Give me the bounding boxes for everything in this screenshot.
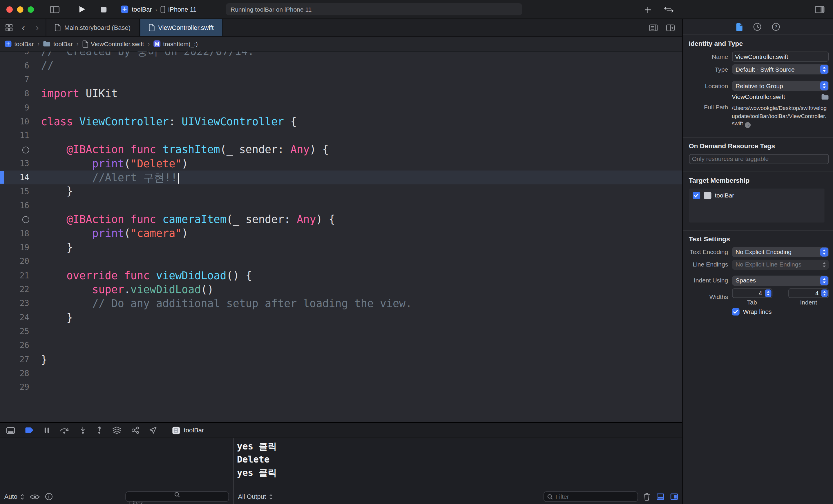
navigator-toggle-icon[interactable]	[50, 5, 60, 13]
code-line[interactable]: 28	[0, 366, 682, 381]
variables-scope-menu[interactable]: Auto	[4, 493, 24, 501]
code-line[interactable]: 23 // Do any additional setup after load…	[0, 296, 682, 310]
console-filter-field[interactable]	[543, 491, 638, 502]
stepper-icon[interactable]	[765, 289, 771, 297]
tab-overview-icon[interactable]	[5, 24, 13, 31]
breadcrumb-project[interactable]: toolBar	[5, 40, 34, 47]
target-checkbox[interactable]	[693, 192, 700, 199]
zoom-button[interactable]	[28, 6, 34, 13]
breadcrumb-file[interactable]: ViewController.swift	[82, 40, 144, 48]
info-icon[interactable]	[45, 493, 52, 501]
activity-status-text: Running toolBar on iPhone 11	[231, 6, 312, 13]
code-line[interactable]: 5// Created by 웅이 on 2022/07/14.	[0, 52, 682, 58]
reveal-in-finder-icon[interactable]: →	[744, 122, 750, 128]
ibaction-connector-icon[interactable]	[0, 215, 41, 224]
tab-main-storyboard[interactable]: Main.storyboard (Base)	[46, 19, 140, 36]
wrap-lines-checkbox[interactable]	[732, 308, 739, 315]
code-line[interactable]: 19 }	[0, 240, 682, 254]
variables-filter-field[interactable]	[125, 491, 229, 502]
step-into-icon[interactable]	[80, 427, 86, 434]
forward-button[interactable]: ›	[34, 23, 40, 32]
code-line[interactable]: 6//	[0, 58, 682, 72]
variables-filter-input[interactable]	[129, 500, 225, 504]
code-line[interactable]: 10class ViewController: UIViewController…	[0, 115, 682, 128]
help-inspector-tab[interactable]: ?	[772, 23, 780, 31]
jump-bar: toolBar › toolBar › ViewController.swift	[0, 37, 682, 51]
back-button[interactable]: ‹	[20, 23, 27, 32]
code-text: override func viewDidLoad() {	[41, 268, 252, 283]
debug-process-badge[interactable]: toolBar	[172, 426, 204, 434]
tab-viewcontroller-swift[interactable]: ViewController.swift	[140, 19, 223, 36]
line-endings-dropdown[interactable]: No Explicit Line Endings	[732, 260, 829, 270]
editor-options-icon[interactable]	[649, 24, 657, 31]
memory-graph-icon[interactable]	[131, 427, 139, 434]
code-line[interactable]: 26	[0, 338, 682, 352]
stepper-icon[interactable]	[822, 289, 828, 297]
run-button[interactable]	[79, 5, 86, 13]
show-variables-view-icon[interactable]	[657, 494, 664, 500]
text-encoding-dropdown[interactable]: No Explicit Encoding	[732, 247, 829, 257]
code-line[interactable]: 16	[0, 199, 682, 213]
console-output[interactable]: yes 클릭Deleteyes 클릭	[234, 438, 682, 489]
code-line[interactable]: 20	[0, 255, 682, 268]
code-line[interactable]: 18 print("camera")	[0, 226, 682, 240]
scheme-selector[interactable]: toolBar › iPhone 11	[121, 5, 197, 13]
code-line[interactable]: 15 }	[0, 185, 682, 198]
name-field[interactable]	[732, 52, 829, 62]
add-editor-icon[interactable]	[666, 24, 674, 31]
quicklook-eye-icon[interactable]	[30, 494, 40, 500]
stop-button[interactable]	[100, 6, 107, 13]
indent-using-dropdown[interactable]: Spaces	[732, 275, 829, 286]
indent-width-stepper[interactable]: 4	[788, 288, 829, 298]
show-console-view-icon[interactable]	[670, 494, 678, 500]
type-dropdown[interactable]: Default - Swift Source	[732, 64, 829, 74]
minimize-button[interactable]	[17, 6, 23, 13]
folder-icon[interactable]	[822, 94, 829, 99]
line-number: 8	[0, 89, 41, 98]
step-over-icon[interactable]	[60, 427, 70, 434]
code-line[interactable]: 9	[0, 101, 682, 115]
breadcrumb-method[interactable]: M trashItem(_:)	[153, 40, 197, 47]
swap-arrows-icon[interactable]	[664, 6, 674, 13]
pause-icon[interactable]	[44, 427, 49, 434]
code-text: @IBAction func trashItem(_ sender: Any) …	[41, 143, 329, 157]
inspector-toggle-icon[interactable]	[815, 6, 825, 13]
code-line[interactable]: 13 print("Delete")	[0, 157, 682, 170]
file-inspector-tab[interactable]	[736, 23, 742, 31]
activate-breakpoints-icon[interactable]	[25, 427, 34, 434]
folder-icon	[43, 41, 51, 47]
code-line[interactable]: 25	[0, 325, 682, 338]
breadcrumb-group[interactable]: toolBar	[43, 41, 73, 47]
source-editor[interactable]: 5// Created by 웅이 on 2022/07/14.6//78imp…	[0, 52, 682, 422]
chevron-updown-icon	[820, 81, 828, 90]
tab-width-stepper[interactable]: 4	[732, 288, 772, 298]
view-hierarchy-debugger-icon[interactable]	[113, 427, 121, 434]
step-out-icon[interactable]	[96, 427, 103, 434]
resource-tags-input[interactable]	[689, 154, 829, 164]
hide-debug-area-icon[interactable]	[6, 427, 15, 434]
code-line[interactable]: 22 super.viewDidLoad()	[0, 283, 682, 296]
variables-toolbar: Auto	[0, 489, 233, 504]
close-button[interactable]	[6, 6, 13, 13]
target-row[interactable]: toolBar	[693, 192, 821, 199]
code-line[interactable]: 24 }	[0, 311, 682, 325]
console-filter-input[interactable]	[555, 494, 634, 500]
ibaction-connector-icon[interactable]	[0, 145, 41, 154]
text-settings-section: Text Settings Text Encoding No Explicit …	[683, 230, 833, 324]
code-line[interactable]: 11	[0, 128, 682, 142]
code-line[interactable]: 7	[0, 72, 682, 87]
code-line[interactable]: @IBAction func cameraItem(_ sender: Any)…	[0, 213, 682, 226]
code-line[interactable]: 27}	[0, 352, 682, 366]
code-line[interactable]: 29	[0, 381, 682, 394]
code-line[interactable]: 21 override func viewDidLoad() {	[0, 268, 682, 283]
add-tab-button[interactable]	[644, 6, 651, 13]
simulate-location-icon[interactable]	[149, 427, 157, 434]
location-dropdown[interactable]: Relative to Group	[732, 80, 829, 91]
history-inspector-tab[interactable]	[753, 23, 761, 31]
code-line[interactable]: 14 //Alert 구현!!	[0, 170, 682, 185]
console-scope-menu[interactable]: All Output	[238, 493, 273, 501]
code-line[interactable]: 8import UIKit	[0, 87, 682, 101]
variables-list[interactable]	[0, 438, 233, 489]
clear-console-trash-icon[interactable]	[643, 493, 650, 501]
code-line[interactable]: @IBAction func trashItem(_ sender: Any) …	[0, 143, 682, 157]
